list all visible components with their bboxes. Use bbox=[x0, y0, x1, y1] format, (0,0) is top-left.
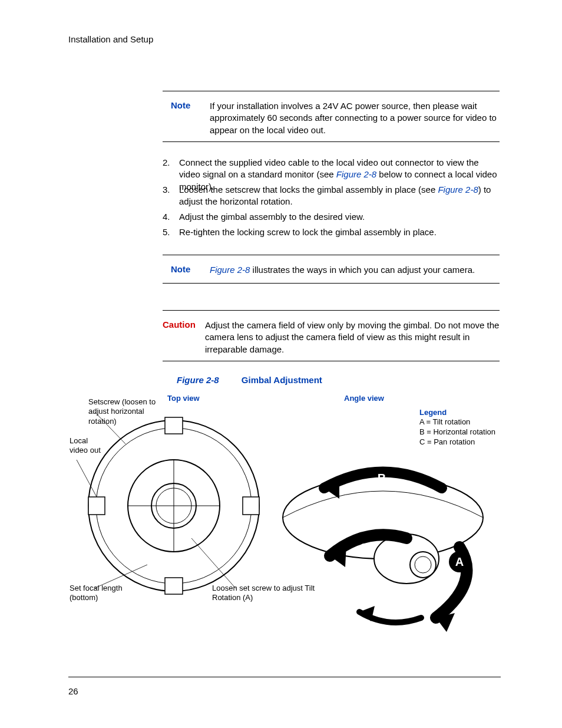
gimbal-diagram-svg: B C A bbox=[71, 406, 495, 641]
svg-line-12 bbox=[77, 460, 97, 497]
note-body: If your installation involves a 24V AC p… bbox=[210, 100, 500, 136]
step-text: Adjust the gimbal assembly to the desire… bbox=[179, 211, 500, 223]
section-header: Installation and Setup bbox=[68, 34, 153, 44]
step-number: 5. bbox=[163, 226, 170, 238]
figure-link[interactable]: Figure 2-8 bbox=[438, 185, 478, 195]
rule bbox=[163, 310, 500, 311]
page: Installation and Setup Note If your inst… bbox=[0, 0, 562, 728]
angle-view-drawing: B C A bbox=[283, 472, 483, 632]
rule bbox=[163, 141, 500, 142]
step-text: Re-tighten the locking screw to lock the… bbox=[179, 226, 500, 238]
angle-view-label: Angle view bbox=[344, 394, 384, 403]
svg-line-11 bbox=[94, 411, 125, 444]
rule bbox=[163, 283, 500, 284]
caution-body: Adjust the camera field of view only by … bbox=[205, 319, 500, 355]
note-label: Note bbox=[171, 100, 190, 110]
svg-line-13 bbox=[94, 565, 147, 588]
rotation-label-b: B bbox=[378, 472, 386, 485]
page-number: 26 bbox=[68, 686, 78, 696]
step-number: 2. bbox=[163, 157, 170, 169]
note-text: illustrates the ways in which you can ad… bbox=[250, 265, 475, 275]
top-view-drawing bbox=[77, 411, 259, 594]
figure-link[interactable]: Figure 2-8 bbox=[336, 169, 376, 179]
figure-number: Figure 2-8 bbox=[177, 375, 219, 385]
step-number: 4. bbox=[163, 211, 170, 223]
note-label: Note bbox=[171, 264, 190, 274]
rule bbox=[163, 255, 500, 255]
svg-rect-6 bbox=[165, 578, 183, 594]
figure-caption: Figure 2-8 Gimbal Adjustment bbox=[177, 375, 322, 385]
step-text: Loosen the setscrew that locks the gimba… bbox=[179, 185, 438, 195]
rotation-label-a: A bbox=[455, 555, 464, 568]
step-4: 4. Adjust the gimbal assembly to the des… bbox=[163, 211, 500, 223]
rule bbox=[163, 91, 500, 91]
note-body: Figure 2-8 illustrates the ways in which… bbox=[210, 264, 500, 276]
caution-label: Caution bbox=[163, 319, 196, 330]
step-3: 3. Loosen the setscrew that locks the gi… bbox=[163, 184, 500, 208]
figure-link[interactable]: Figure 2-8 bbox=[210, 265, 250, 275]
rule bbox=[163, 361, 500, 361]
step-number: 3. bbox=[163, 184, 170, 196]
rotation-label-c: C bbox=[360, 541, 368, 554]
svg-rect-5 bbox=[165, 417, 183, 434]
top-view-label: Top view bbox=[167, 394, 200, 403]
figure-illustration: B C A bbox=[71, 406, 495, 641]
svg-rect-8 bbox=[243, 497, 259, 515]
svg-point-17 bbox=[410, 552, 436, 578]
step-5: 5. Re-tighten the locking screw to lock … bbox=[163, 226, 500, 238]
footer-rule bbox=[68, 677, 501, 677]
figure-title: Gimbal Adjustment bbox=[242, 375, 322, 385]
svg-rect-7 bbox=[88, 497, 105, 515]
